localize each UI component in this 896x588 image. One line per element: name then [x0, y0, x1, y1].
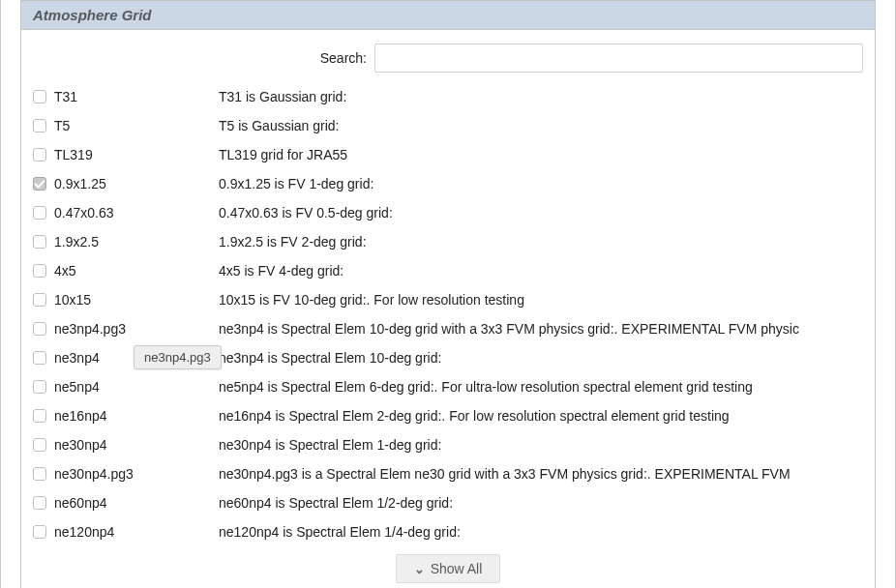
grid-name[interactable]: ne16np4	[54, 408, 219, 424]
grid-name[interactable]: ne30np4	[54, 437, 219, 453]
grid-checkbox-col	[33, 525, 54, 539]
grid-description: 1.9x2.5 is FV 2-deg grid:	[219, 234, 875, 250]
footer-row: ⌄ Show All	[21, 546, 875, 588]
grid-checkbox[interactable]	[33, 148, 46, 162]
grid-name[interactable]: 4x5	[54, 263, 219, 279]
grid-name[interactable]: 1.9x2.5	[54, 234, 219, 250]
grid-name[interactable]: T5	[54, 118, 219, 133]
grid-name[interactable]: TL319	[54, 147, 219, 162]
grid-row: ne30np4.pg3ne30np4.pg3 is a Spectral Ele…	[21, 459, 875, 488]
grid-description: T31 is Gaussian grid:	[219, 89, 875, 104]
grid-checkbox[interactable]	[33, 206, 46, 220]
grid-name[interactable]: 0.9x1.25	[54, 176, 219, 191]
grid-description: 10x15 is FV 10-deg grid:. For low resolu…	[219, 292, 875, 308]
grid-body: T31T31 is Gaussian grid:T5T5 is Gaussian…	[21, 82, 875, 546]
grid-tooltip: ne3np4.pg3	[134, 345, 222, 369]
grid-checkbox-col	[33, 264, 54, 278]
grid-description: T5 is Gaussian grid:	[219, 118, 875, 133]
grid-name[interactable]: ne30np4.pg3	[54, 466, 219, 482]
grid-checkbox-col	[33, 351, 54, 365]
grid-description: ne30np4 is Spectral Elem 1-deg grid:	[219, 437, 875, 453]
grid-checkbox[interactable]	[33, 235, 46, 249]
grid-description: ne5np4 is Spectral Elem 6-deg grid:. For…	[219, 379, 875, 395]
grid-checkbox[interactable]	[33, 438, 46, 452]
grid-checkbox[interactable]	[33, 177, 46, 191]
grid-name[interactable]: T31	[54, 89, 219, 104]
grid-checkbox[interactable]	[33, 322, 46, 336]
atmosphere-grid-panel: Atmosphere Grid Search: T31T31 is Gaussi…	[20, 0, 876, 588]
grid-description: ne120np4 is Spectral Elem 1/4-deg grid:	[219, 524, 875, 540]
grid-description: 0.47x0.63 is FV 0.5-deg grid:	[219, 205, 875, 220]
grid-checkbox[interactable]	[33, 119, 46, 132]
search-input[interactable]	[374, 44, 863, 73]
grid-description: 4x5 is FV 4-deg grid:	[219, 263, 875, 279]
search-label: Search:	[33, 50, 374, 66]
grid-checkbox[interactable]	[33, 380, 46, 394]
grid-description: TL319 grid for JRA55	[219, 147, 875, 162]
grid-checkbox-col	[33, 496, 54, 510]
grid-row: T31T31 is Gaussian grid:	[21, 82, 875, 111]
grid-description: ne30np4.pg3 is a Spectral Elem ne30 grid…	[219, 466, 875, 482]
page-container: Atmosphere Grid Search: T31T31 is Gaussi…	[0, 0, 896, 588]
grid-row: ne120np4ne120np4 is Spectral Elem 1/4-de…	[21, 517, 875, 546]
grid-row: ne16np4ne16np4 is Spectral Elem 2-deg gr…	[21, 401, 875, 430]
grid-checkbox[interactable]	[33, 293, 46, 307]
grid-description: ne16np4 is Spectral Elem 2-deg grid:. Fo…	[219, 408, 875, 424]
grid-scroll-region[interactable]: T31T31 is Gaussian grid:T5T5 is Gaussian…	[21, 82, 875, 588]
grid-checkbox-col	[33, 235, 54, 249]
grid-row: ne3np4ne3np4 is Spectral Elem 10-deg gri…	[21, 343, 875, 372]
grid-row: 1.9x2.51.9x2.5 is FV 2-deg grid:	[21, 227, 875, 256]
grid-checkbox-col	[33, 206, 54, 220]
panel-title: Atmosphere Grid	[33, 7, 152, 23]
grid-checkbox-col	[33, 90, 54, 103]
grid-checkbox[interactable]	[33, 525, 46, 539]
grid-description: ne60np4 is Spectral Elem 1/2-deg grid:	[219, 495, 875, 511]
grid-checkbox-col	[33, 438, 54, 452]
grid-checkbox-col	[33, 322, 54, 336]
grid-name[interactable]: ne120np4	[54, 524, 219, 540]
grid-checkbox-col	[33, 148, 54, 162]
grid-checkbox[interactable]	[33, 467, 46, 481]
grid-row: TL319TL319 grid for JRA55	[21, 140, 875, 169]
grid-row: T5T5 is Gaussian grid:	[21, 111, 875, 140]
grid-row: 0.9x1.250.9x1.25 is FV 1-deg grid:	[21, 169, 875, 198]
grid-row: ne30np4ne30np4 is Spectral Elem 1-deg gr…	[21, 430, 875, 459]
grid-checkbox-col	[33, 177, 54, 191]
grid-row: 10x1510x15 is FV 10-deg grid:. For low r…	[21, 285, 875, 314]
grid-row: ne3np4.pg3ne3np4 is Spectral Elem 10-deg…	[21, 314, 875, 343]
grid-checkbox-col	[33, 293, 54, 307]
panel-header: Atmosphere Grid	[21, 1, 875, 30]
grid-row: 0.47x0.630.47x0.63 is FV 0.5-deg grid:	[21, 198, 875, 227]
grid-name[interactable]: ne3np4.pg3	[54, 321, 219, 337]
grid-checkbox-col	[33, 409, 54, 423]
grid-checkbox-col	[33, 380, 54, 394]
grid-name[interactable]: 10x15	[54, 292, 219, 308]
grid-description: ne3np4 is Spectral Elem 10-deg grid with…	[219, 321, 875, 337]
show-all-label: Show All	[431, 561, 483, 576]
grid-name[interactable]: ne60np4	[54, 495, 219, 511]
show-all-button[interactable]: ⌄ Show All	[396, 554, 501, 583]
grid-row: 4x54x5 is FV 4-deg grid:	[21, 256, 875, 285]
grid-checkbox-col	[33, 119, 54, 132]
chevron-down-icon: ⌄	[414, 563, 425, 575]
grid-name[interactable]: ne5np4	[54, 379, 219, 395]
grid-name[interactable]: 0.47x0.63	[54, 205, 219, 220]
grid-checkbox[interactable]	[33, 90, 46, 103]
grid-checkbox[interactable]	[33, 351, 46, 365]
grid-checkbox[interactable]	[33, 496, 46, 510]
grid-row: ne5np4ne5np4 is Spectral Elem 6-deg grid…	[21, 372, 875, 401]
grid-checkbox[interactable]	[33, 409, 46, 423]
grid-checkbox[interactable]	[33, 264, 46, 278]
grid-description: ne3np4 is Spectral Elem 10-deg grid:	[219, 350, 875, 366]
grid-row: ne60np4ne60np4 is Spectral Elem 1/2-deg …	[21, 488, 875, 517]
search-row: Search:	[21, 30, 875, 82]
grid-checkbox-col	[33, 467, 54, 481]
grid-description: 0.9x1.25 is FV 1-deg grid:	[219, 176, 875, 191]
